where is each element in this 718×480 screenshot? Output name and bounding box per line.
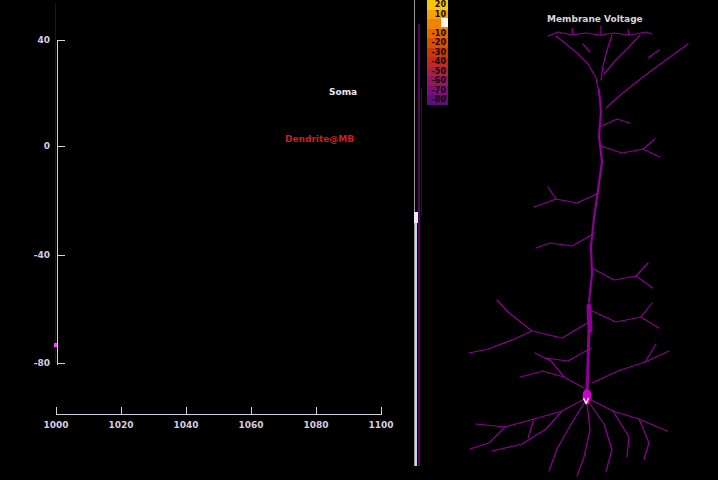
y-tick-label: 40 — [10, 35, 50, 45]
x-tick — [121, 407, 122, 414]
x-tick-label: 1060 — [235, 420, 267, 430]
y-tick-label: -80 — [10, 358, 50, 368]
y-tick-label: 0 — [10, 141, 50, 151]
x-tick — [316, 407, 317, 414]
x-tick — [186, 407, 187, 414]
panel-divider-line — [418, 24, 420, 466]
neuron-dendrites — [469, 26, 688, 476]
x-tick-label: 1040 — [170, 420, 202, 430]
x-tick-label: 1000 — [40, 420, 72, 430]
y-tick — [57, 146, 65, 147]
x-tick — [251, 407, 252, 414]
neuron-morphology — [430, 0, 718, 480]
panel-divider-thin-line — [421, 88, 422, 216]
voltage-trace-marker — [54, 343, 57, 347]
x-axis-line — [56, 414, 382, 415]
x-tick-label: 1080 — [300, 420, 332, 430]
voltage-trace — [55, 3, 56, 363]
y-tick — [57, 40, 65, 41]
y-axis-line — [57, 40, 58, 365]
scrollbar-bar[interactable] — [415, 212, 417, 466]
voltage-graph-panel[interactable]: 40 0 -40 -80 1000 1020 1040 1060 1080 11… — [0, 0, 412, 480]
scrollbar-strip — [413, 0, 425, 480]
y-tick — [57, 255, 65, 256]
app-screen: 40 0 -40 -80 1000 1020 1040 1060 1080 11… — [0, 0, 718, 480]
x-tick — [56, 407, 57, 414]
y-tick-label: -40 — [10, 250, 50, 260]
legend-label-soma[interactable]: Soma — [329, 87, 357, 97]
x-tick — [381, 407, 382, 414]
y-tick — [57, 363, 65, 364]
x-tick-label: 1020 — [105, 420, 137, 430]
legend-label-dendrite[interactable]: Dendrite@MB — [285, 134, 354, 144]
x-tick-label: 1100 — [365, 420, 397, 430]
